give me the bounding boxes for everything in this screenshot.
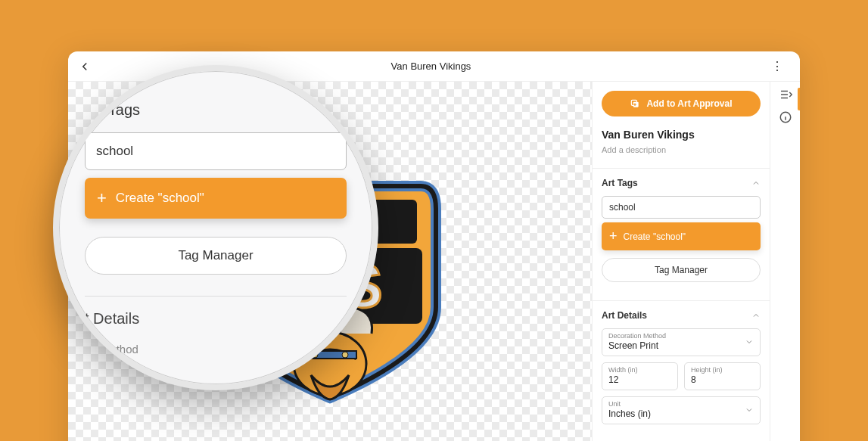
- width-value: 12: [608, 374, 638, 385]
- more-menu-icon[interactable]: ⋮: [770, 59, 785, 73]
- create-quoted: "school": [653, 231, 686, 242]
- height-input[interactable]: Height (in) 8: [684, 362, 761, 390]
- chevron-up-icon[interactable]: [751, 179, 761, 188]
- art-details-section: Art Details Decoration Method Screen Pri…: [593, 300, 770, 435]
- width-label: Width (in): [608, 366, 638, 374]
- side-panel: Add to Art Approval Van Buren Vikings Ad…: [592, 82, 770, 441]
- mag-method-label-partial: on Method: [85, 343, 347, 356]
- unit-label: Unit: [608, 400, 651, 408]
- plus-icon: +: [609, 228, 618, 244]
- chevron-down-icon: [745, 405, 754, 415]
- mag-details-heading-partial: t Details: [85, 310, 347, 328]
- approval-button-label: Add to Art Approval: [646, 98, 732, 109]
- artwork-title: Van Buren Vikings: [602, 129, 761, 141]
- mag-tag-input[interactable]: [85, 132, 347, 170]
- unit-value: Inches (in): [608, 408, 651, 419]
- panel-toggle-icon[interactable]: [779, 88, 792, 101]
- create-tag-button[interactable]: + Create "school": [602, 222, 761, 250]
- add-to-art-approval-button[interactable]: Add to Art Approval: [602, 91, 761, 116]
- plus-icon: +: [97, 188, 107, 208]
- art-details-heading: Art Details: [602, 310, 647, 321]
- unit-select[interactable]: Unit Inches (in): [602, 396, 761, 424]
- mag-tag-manager-button[interactable]: Tag Manager: [85, 237, 347, 275]
- art-tags-section: Art Tags + Create "school" Tag Manager: [593, 168, 770, 287]
- description-placeholder[interactable]: Add a description: [602, 145, 761, 154]
- magnifier-overlay: Art Tags + Create "school" Tag Manager t…: [53, 65, 378, 390]
- info-icon[interactable]: [779, 110, 792, 124]
- art-tags-heading: Art Tags: [602, 178, 638, 188]
- height-value: 8: [691, 374, 723, 385]
- rail-active-indicator: [798, 88, 800, 110]
- mag-create-label: Create "school": [116, 191, 204, 206]
- decoration-method-label: Decoration Method: [608, 332, 666, 340]
- back-arrow-icon[interactable]: [77, 59, 92, 74]
- right-rail: [770, 82, 800, 441]
- chevron-up-icon[interactable]: [751, 311, 761, 320]
- create-prefix: Create: [624, 231, 651, 242]
- width-input[interactable]: Width (in) 12: [602, 362, 678, 390]
- add-approval-icon: [630, 98, 640, 109]
- height-label: Height (in): [691, 366, 723, 374]
- tag-manager-button[interactable]: Tag Manager: [602, 258, 761, 282]
- decoration-method-value: Screen Print: [608, 340, 666, 351]
- svg-point-6: [342, 352, 348, 358]
- chevron-down-icon: [745, 337, 754, 346]
- decoration-method-select[interactable]: Decoration Method Screen Print: [602, 328, 761, 356]
- mag-create-tag-button[interactable]: + Create "school": [85, 178, 347, 219]
- tag-search-input[interactable]: [602, 196, 761, 219]
